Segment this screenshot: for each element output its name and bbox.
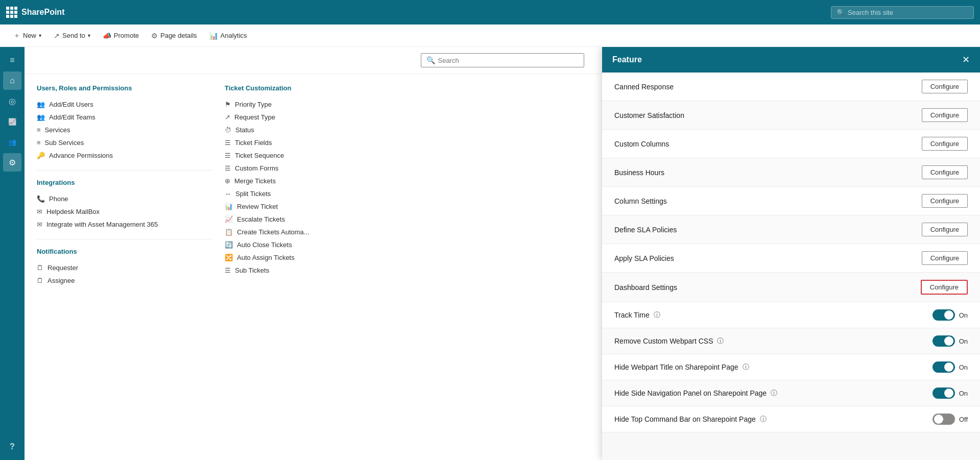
permissions-icon: 🔑: [37, 152, 45, 159]
plus-icon: ＋: [13, 31, 20, 40]
nav-item-ticket-sequence[interactable]: ☰ Ticket Sequence: [225, 149, 400, 162]
sidebar-item-help[interactable]: ?: [3, 438, 21, 456]
info-icon-8[interactable]: ⓘ: [654, 310, 660, 320]
nav-section-ticket-customization: Ticket Customization ⚑ Priority Type ↗ R…: [225, 84, 400, 277]
toggle-11[interactable]: [933, 388, 955, 399]
nav-item-add-edit-teams[interactable]: 👥 Add/Edit Teams: [37, 111, 212, 124]
nav-item-priority-type[interactable]: ⚑ Priority Type: [225, 98, 400, 111]
feature-row-5: Define SLA PoliciesConfigure: [602, 215, 980, 244]
sidebar-item-menu[interactable]: ≡: [3, 51, 21, 69]
info-icon-12[interactable]: ⓘ: [760, 415, 767, 424]
auto-close-icon: 🔄: [225, 241, 233, 249]
feature-row-7: Dashboard SettingsConfigure: [602, 273, 980, 302]
feature-row-11: Hide Side Navigation Panel on Sharepoint…: [602, 380, 980, 406]
nav-item-status[interactable]: ⏱ Status: [225, 124, 400, 136]
nav-section-notifications-title: Notifications: [37, 248, 212, 255]
nav-item-request-type[interactable]: ↗ Request Type: [225, 111, 400, 124]
configure-button-0[interactable]: Configure: [922, 80, 968, 93]
sidebar-item-settings[interactable]: ⚙: [3, 153, 21, 172]
toggle-wrapper-9: On: [933, 335, 968, 347]
configure-button-5[interactable]: Configure: [922, 223, 968, 236]
analytics-icon: 📊: [209, 32, 218, 40]
sidebar-item-globe[interactable]: ◎: [3, 92, 21, 110]
promote-button[interactable]: 📣 Promote: [98, 29, 144, 43]
configure-button-7[interactable]: Configure: [921, 280, 968, 295]
sidebar-item-home[interactable]: ⌂: [3, 71, 21, 90]
escalate-icon: 📈: [225, 215, 233, 223]
search-icon: 🔍: [836, 9, 845, 16]
configure-button-3[interactable]: Configure: [922, 165, 968, 179]
nav-item-assignee[interactable]: 🗒 Assignee: [37, 274, 212, 287]
nav-item-add-edit-users[interactable]: 👥 Add/Edit Users: [37, 98, 212, 111]
toggle-8[interactable]: [933, 309, 955, 321]
nav-item-mailbox[interactable]: ✉ Helpdesk MailBox: [37, 205, 212, 218]
nav-item-requester[interactable]: 🗒 Requester: [37, 261, 212, 274]
toggle-label-11: On: [959, 390, 968, 397]
toggle-9[interactable]: [933, 335, 955, 347]
nav-item-phone[interactable]: 📞 Phone: [37, 192, 212, 205]
nav-item-split-tickets[interactable]: ↔ Split Tickets: [225, 187, 400, 200]
nav-item-auto-assign-tickets[interactable]: 🔀 Auto Assign Tickets: [225, 251, 400, 264]
nav-item-services[interactable]: ≡ Services: [37, 124, 212, 136]
configure-button-4[interactable]: Configure: [922, 194, 968, 208]
feature-row-2: Custom ColumnsConfigure: [602, 130, 980, 158]
nav-item-merge-tickets[interactable]: ⊕ Merge Tickets: [225, 175, 400, 187]
info-icon-11[interactable]: ⓘ: [771, 389, 777, 398]
toggle-label-12: Off: [959, 416, 968, 423]
search-icon: 🔍: [426, 56, 435, 64]
nav-section-integrations-list: 📞 Phone ✉ Helpdesk MailBox ✉ Integrate w…: [37, 192, 212, 231]
nav-item-create-tickets-auto[interactable]: 📋 Create Tickets Automa...: [225, 226, 400, 238]
feature-row-0: Canned ResponseConfigure: [602, 72, 980, 101]
feature-row-label-7: Dashboard Settings: [614, 283, 677, 292]
sidebar-item-people[interactable]: 👥: [3, 133, 21, 151]
nav-item-sub-services[interactable]: ≡ Sub Services: [37, 136, 212, 149]
nav-item-custom-forms[interactable]: ☰ Custom Forms: [225, 162, 400, 175]
main-layout: ≡ ⌂ ◎ 📈 👥 ⚙ ? 🔍 Users, Roles and Permiss…: [0, 47, 980, 460]
phone-icon: 📞: [37, 195, 45, 203]
feature-row-label-10: Hide Webpart Title on Sharepoint Pageⓘ: [614, 362, 749, 372]
nav-section-users-list: 👥 Add/Edit Users 👥 Add/Edit Teams ≡ Serv…: [37, 98, 212, 162]
content-search-box[interactable]: 🔍: [421, 53, 584, 67]
content-area: 🔍 Users, Roles and Permissions 👥 Add/Edi…: [25, 47, 980, 460]
nav-item-sub-tickets[interactable]: ☰ Sub Tickets: [225, 264, 400, 277]
services-icon: ≡: [37, 126, 41, 134]
nav-item-review-ticket[interactable]: 📊 Review Ticket: [225, 200, 400, 213]
configure-button-1[interactable]: Configure: [922, 108, 968, 122]
toggle-12[interactable]: [933, 414, 955, 425]
toggle-wrapper-10: On: [933, 361, 968, 373]
info-icon-10[interactable]: ⓘ: [743, 362, 749, 372]
mailbox-icon: ✉: [37, 208, 42, 215]
pagedetails-button[interactable]: ⚙ Page details: [146, 29, 202, 43]
feature-row-4: Column SettingsConfigure: [602, 187, 980, 215]
sidebar-item-chart[interactable]: 📈: [3, 112, 21, 131]
app-logo: SharePoint: [6, 7, 64, 18]
feature-row-label-4: Column Settings: [614, 197, 667, 205]
chevron-down-icon: ▾: [88, 33, 90, 38]
feature-row-label-2: Custom Columns: [614, 140, 669, 148]
sendto-button[interactable]: ↗ Send to ▾: [49, 29, 95, 43]
analytics-button[interactable]: 📊 Analytics: [204, 29, 252, 43]
toggle-10[interactable]: [933, 361, 955, 373]
nav-section-ticket-list: ⚑ Priority Type ↗ Request Type ⏱ Status: [225, 98, 400, 277]
configure-button-6[interactable]: Configure: [922, 251, 968, 265]
nav-section-integrations: Integrations 📞 Phone ✉ Helpdesk MailBox …: [37, 179, 212, 231]
configure-button-2[interactable]: Configure: [922, 137, 968, 151]
auto-assign-icon: 🔀: [225, 254, 233, 261]
content-search-input[interactable]: [438, 57, 579, 64]
create-auto-icon: 📋: [225, 228, 233, 236]
top-search-box[interactable]: 🔍: [831, 6, 974, 19]
feature-row-3: Business HoursConfigure: [602, 158, 980, 187]
nav-item-escalate-tickets[interactable]: 📈 Escalate Tickets: [225, 213, 400, 226]
nav-item-asset-management[interactable]: ✉ Integrate with Asset Management 365: [37, 218, 212, 231]
top-search-input[interactable]: [848, 9, 968, 16]
new-button[interactable]: ＋ New ▾: [8, 28, 46, 43]
fields-icon: ☰: [225, 139, 231, 147]
command-bar: ＋ New ▾ ↗ Send to ▾ 📣 Promote ⚙ Page det…: [0, 25, 980, 47]
nav-section-notifications: Notifications 🗒 Requester 🗒 Assignee: [37, 248, 212, 287]
nav-item-advance-permissions[interactable]: 🔑 Advance Permissions: [37, 149, 212, 162]
nav-item-auto-close-tickets[interactable]: 🔄 Auto Close Tickets: [225, 238, 400, 251]
nav-item-ticket-fields[interactable]: ☰ Ticket Fields: [225, 136, 400, 149]
info-icon-9[interactable]: ⓘ: [717, 336, 724, 346]
feature-close-button[interactable]: ✕: [962, 54, 970, 65]
waffle-icon[interactable]: [6, 7, 17, 18]
